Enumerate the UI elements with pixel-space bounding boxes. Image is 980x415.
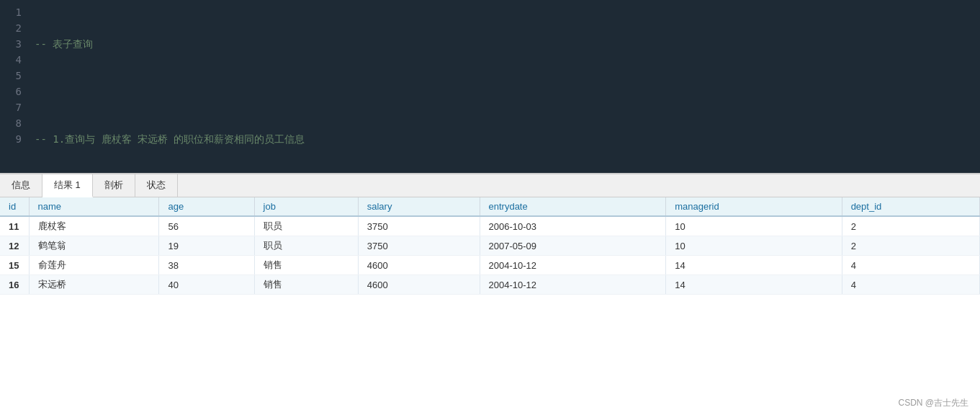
cell-id: 16	[0, 275, 29, 295]
col-header-salary: salary	[358, 197, 480, 216]
col-header-age: age	[159, 197, 254, 216]
cell-job: 职员	[254, 216, 358, 236]
cell-salary: 4600	[358, 275, 480, 295]
editor-area: 1 2 3 4 5 6 7 8 9 -- 表子查询 -- 1.查询与 鹿杖客 宋…	[0, 0, 980, 173]
cell-job: 销售	[254, 256, 358, 275]
cell-entrydate: 2004-10-12	[480, 256, 666, 275]
cell-age: 40	[159, 275, 254, 295]
cell-entrydate: 2004-10-12	[480, 275, 666, 295]
cell-managerid: 10	[666, 236, 842, 256]
cell-salary: 4600	[358, 256, 480, 275]
cell-job: 职员	[254, 236, 358, 256]
cell-dept_id: 4	[842, 256, 979, 275]
cell-id: 15	[0, 256, 29, 275]
tab-info[interactable]: 信息	[0, 174, 42, 197]
tabs-bar: 信息 结果 1 剖析 状态	[0, 174, 980, 197]
cell-id: 11	[0, 216, 29, 236]
branding-text: CSDN @吉士先生	[898, 397, 968, 409]
cell-age: 56	[159, 216, 254, 236]
col-header-id: id	[0, 197, 29, 216]
cell-id: 12	[0, 236, 29, 256]
results-table: id name age job salary entrydate manager…	[0, 197, 980, 295]
cell-age: 38	[159, 256, 254, 275]
tab-analyze[interactable]: 剖析	[93, 174, 135, 197]
table-header-row: id name age job salary entrydate manager…	[0, 197, 980, 216]
table-row: 11鹿杖客56职员37502006-10-03102	[0, 216, 980, 236]
col-header-job: job	[254, 197, 358, 216]
results-table-container[interactable]: id name age job salary entrydate manager…	[0, 197, 980, 415]
line-numbers: 1 2 3 4 5 6 7 8 9	[0, 0, 29, 173]
cell-dept_id: 2	[842, 236, 979, 256]
cell-job: 销售	[254, 275, 358, 295]
tab-status[interactable]: 状态	[135, 174, 178, 197]
cell-name: 鹿杖客	[29, 216, 159, 236]
cell-age: 19	[159, 236, 254, 256]
table-row: 16宋远桥40销售46002004-10-12144	[0, 275, 980, 295]
bottom-panel: 信息 结果 1 剖析 状态 id name age job salary ent…	[0, 173, 980, 415]
cell-name: 宋远桥	[29, 275, 159, 295]
col-header-entrydate: entrydate	[480, 197, 666, 216]
cell-dept_id: 2	[842, 216, 979, 236]
col-header-deptid: dept_id	[842, 197, 979, 216]
col-header-name: name	[29, 197, 159, 216]
col-header-managerid: managerid	[666, 197, 842, 216]
cell-name: 鹤笔翁	[29, 236, 159, 256]
cell-salary: 3750	[358, 236, 480, 256]
cell-entrydate: 2007-05-09	[480, 236, 666, 256]
cell-name: 俞莲舟	[29, 256, 159, 275]
table-row: 15俞莲舟38销售46002004-10-12144	[0, 256, 980, 275]
cell-dept_id: 4	[842, 275, 979, 295]
bottom-panel-wrapper: 信息 结果 1 剖析 状态 id name age job salary ent…	[0, 173, 980, 415]
cell-salary: 3750	[358, 216, 480, 236]
cell-entrydate: 2006-10-03	[480, 216, 666, 236]
tab-result1[interactable]: 结果 1	[42, 174, 93, 197]
code-content[interactable]: -- 表子查询 -- 1.查询与 鹿杖客 宋远桥 的职位和薪资相同的员工信息 s…	[29, 0, 980, 173]
table-row: 12鹤笔翁19职员37502007-05-09102	[0, 236, 980, 256]
cell-managerid: 10	[666, 216, 842, 236]
cell-managerid: 14	[666, 275, 842, 295]
cell-managerid: 14	[666, 256, 842, 275]
